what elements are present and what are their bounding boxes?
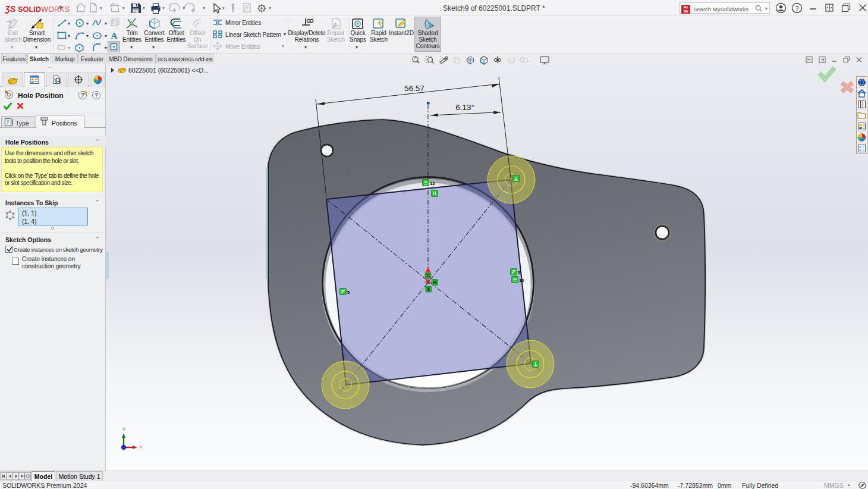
svg-text:6.13°: 6.13° (455, 103, 474, 112)
svg-text:▾: ▾ (222, 5, 225, 11)
svg-text:▾: ▾ (183, 5, 185, 11)
svg-text:?: ? (95, 92, 98, 99)
svg-text:▾: ▾ (269, 5, 271, 11)
svg-text:-: - (529, 58, 530, 62)
svg-text:▾: ▾ (162, 5, 165, 11)
svg-text:12: 12 (430, 181, 435, 186)
svg-text:-: - (475, 58, 477, 62)
svg-text:Y: Y (122, 427, 126, 432)
svg-text:?: ? (795, 5, 798, 12)
svg-text:5: 5 (347, 290, 350, 295)
svg-text:60225001 (60225001) <<D...: 60225001 (60225001) <<D... (128, 67, 209, 74)
svg-text:?: ? (81, 92, 84, 99)
svg-text:-: - (502, 58, 504, 62)
svg-text:5: 5 (518, 270, 520, 275)
svg-text:▾: ▾ (100, 5, 102, 11)
svg-text:▾: ▾ (203, 5, 205, 11)
svg-text:12: 12 (519, 278, 524, 283)
svg-text:▾: ▾ (122, 5, 125, 11)
svg-text:56.57: 56.57 (404, 84, 424, 93)
svg-text:-: - (489, 58, 490, 62)
svg-text:▾: ▾ (143, 5, 145, 11)
